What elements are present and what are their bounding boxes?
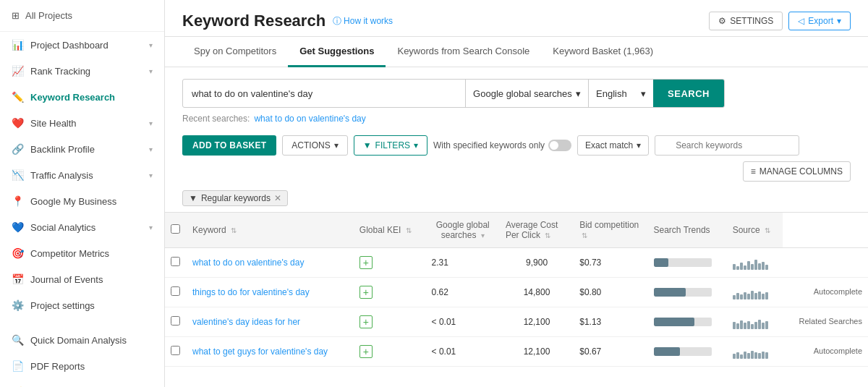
- th-google-searches: Google global searches ▾: [426, 213, 500, 248]
- google-searches-value: 9,900: [500, 248, 574, 278]
- source-value: Autocomplete: [783, 278, 868, 307]
- avg-cost-value: $1.13: [574, 307, 647, 337]
- sidebar-item-competitor-metrics[interactable]: 🎯 Competitor Metrics: [0, 240, 164, 266]
- chevron-down-icon: ▾: [334, 140, 339, 150]
- avg-cost-value: $0.67: [574, 337, 647, 367]
- language-select[interactable]: English ▾: [588, 80, 653, 107]
- row-checkbox[interactable]: [171, 257, 180, 266]
- keyword-link[interactable]: what to do on valentine's day: [192, 258, 304, 268]
- table-row: what to get guys for valentine's day+< 0…: [165, 337, 868, 367]
- search-input[interactable]: [183, 82, 465, 106]
- engine-select[interactable]: Google global searches ▾: [465, 80, 588, 107]
- page-title-area: Keyword Research ⓘ How it works: [182, 12, 393, 30]
- search-row: Google global searches ▾ English ▾ SEARC…: [182, 79, 725, 108]
- th-global-kei: Global KEI ⇅: [354, 213, 426, 248]
- keyword-link[interactable]: valentine's day ideas for her: [192, 317, 300, 327]
- th-keyword: Keyword ⇅: [187, 213, 354, 248]
- question-icon: ⓘ: [333, 15, 341, 27]
- bid-competition-bar: [648, 278, 727, 307]
- source-value: Autocomplete: [783, 337, 868, 367]
- export-icon: ◁: [798, 16, 804, 26]
- exact-match-button[interactable]: Exact match ▾: [577, 135, 649, 156]
- search-trends-chart: [727, 307, 783, 337]
- row-checkbox[interactable]: [171, 286, 180, 296]
- sort-icon[interactable]: ⇅: [406, 226, 412, 234]
- grid-icon: ⊞: [12, 10, 20, 21]
- avg-cost-value: $0.73: [574, 248, 647, 278]
- avg-cost-value: $0.80: [574, 278, 647, 307]
- settings-button[interactable]: ⚙ SETTINGS: [709, 12, 783, 30]
- sidebar-item-pdf-reports[interactable]: 📄 PDF Reports: [0, 353, 164, 379]
- search-area: Google global searches ▾ English ▾ SEARC…: [165, 67, 868, 129]
- sort-icon[interactable]: ⇅: [231, 226, 237, 234]
- add-keyword-button[interactable]: +: [359, 315, 373, 328]
- sidebar-item-social-analytics[interactable]: 💙 Social Analytics ▾: [0, 214, 164, 240]
- gmb-icon: 📍: [12, 195, 23, 207]
- add-keyword-button[interactable]: +: [359, 256, 373, 269]
- chevron-down-icon: ▾: [637, 140, 641, 150]
- sidebar-item-quick-domain-analysis[interactable]: 🔍 Quick Domain Analysis: [0, 327, 164, 353]
- th-search-trends: Search Trends: [648, 213, 727, 248]
- quick-domain-icon: 🔍: [12, 334, 23, 346]
- keyword-link[interactable]: what to get guys for valentine's day: [192, 346, 328, 357]
- toggle-specified-keywords[interactable]: [548, 140, 571, 151]
- chevron-icon: ▾: [149, 41, 153, 49]
- sidebar-item-rank-tracking[interactable]: 📈 Rank Tracking ▾: [0, 58, 164, 84]
- project-dashboard-icon: 📊: [12, 39, 23, 51]
- sidebar-item-project-settings[interactable]: ⚙️ Project settings: [0, 292, 164, 318]
- keyword-research-icon: ✏️: [12, 91, 23, 103]
- actions-button[interactable]: ACTIONS ▾: [282, 135, 347, 156]
- journal-icon: 📅: [12, 273, 23, 285]
- traffic-icon: 📉: [12, 169, 23, 181]
- sort-icon[interactable]: ⇅: [545, 231, 550, 239]
- chevron-down-icon: ▾: [641, 88, 646, 99]
- select-all-checkbox[interactable]: [171, 224, 180, 234]
- sidebar-item-traffic-analysis[interactable]: 📉 Traffic Analysis ▾: [0, 162, 164, 188]
- export-button[interactable]: ◁ Export ▾: [788, 12, 851, 30]
- tab-keywords-from-search-console[interactable]: Keywords from Search Console: [386, 37, 541, 67]
- manage-columns-button[interactable]: ≡ MANAGE COLUMNS: [743, 161, 851, 182]
- sidebar-item-project-dashboard[interactable]: 📊 Project Dashboard ▾: [0, 32, 164, 58]
- row-checkbox[interactable]: [171, 346, 180, 355]
- add-keyword-button[interactable]: +: [359, 345, 373, 358]
- sidebar-item-keyword-research[interactable]: ✏️ Keyword Research: [0, 84, 164, 110]
- add-keyword-button[interactable]: +: [359, 286, 373, 299]
- filters-button[interactable]: ▼ FILTERS ▾: [354, 135, 427, 156]
- search-keywords-input[interactable]: [655, 135, 799, 156]
- recent-search-link[interactable]: what to do on valentine's day: [254, 114, 365, 124]
- sort-icon[interactable]: ⇅: [765, 226, 770, 234]
- keyword-link[interactable]: things to do for valentine's day: [192, 287, 310, 297]
- toolbar: ADD TO BASKET ACTIONS ▾ ▼ FILTERS ▾ With…: [165, 129, 868, 187]
- sidebar-item-journal-of-events[interactable]: 📅 Journal of Events: [0, 266, 164, 292]
- sidebar-item-seo-leads[interactable]: ⚡ SEO Leads: [0, 379, 164, 387]
- sidebar-item-site-health[interactable]: ❤️ Site Health ▾: [0, 110, 164, 136]
- keywords-table-wrapper: Keyword ⇅ Global KEI ⇅ Google global sea…: [165, 212, 868, 387]
- sidebar-item-backlink-profile[interactable]: 🔗 Backlink Profile ▾: [0, 136, 164, 162]
- bid-competition-bar: [648, 337, 727, 367]
- tab-keyword-basket[interactable]: Keyword Basket (1,963): [541, 37, 665, 67]
- with-specified-label: With specified keywords only: [433, 140, 571, 151]
- columns-icon: ≡: [751, 166, 756, 177]
- search-button[interactable]: SEARCH: [653, 80, 724, 107]
- how-it-works-link[interactable]: ⓘ How it works: [333, 15, 393, 27]
- th-avg-cost: Average Cost Per Click ⇅: [500, 213, 574, 248]
- sidebar-item-google-my-business[interactable]: 📍 Google My Business: [0, 188, 164, 214]
- th-select-all: [165, 213, 187, 248]
- sort-icon[interactable]: ⇅: [582, 231, 587, 239]
- bid-competition-bar: [648, 307, 727, 337]
- all-projects-link[interactable]: ⊞ All Projects: [0, 0, 164, 32]
- search-trends-chart: [727, 337, 783, 367]
- remove-filter-button[interactable]: ✕: [274, 193, 281, 203]
- backlink-icon: 🔗: [12, 143, 23, 155]
- source-value: [783, 248, 868, 278]
- chevron-down-icon: ▾: [576, 88, 581, 99]
- all-projects-label: All Projects: [25, 10, 72, 21]
- sort-icon[interactable]: ▾: [481, 231, 485, 239]
- row-checkbox[interactable]: [171, 316, 180, 326]
- pdf-icon: 📄: [12, 360, 23, 372]
- header-actions: ⚙ SETTINGS ◁ Export ▾: [709, 12, 851, 30]
- chevron-icon: ▾: [149, 119, 153, 127]
- add-to-basket-button[interactable]: ADD TO BASKET: [182, 135, 276, 156]
- tab-get-suggestions[interactable]: Get Suggestions: [288, 37, 386, 67]
- tab-spy-on-competitors[interactable]: Spy on Competitors: [182, 37, 288, 67]
